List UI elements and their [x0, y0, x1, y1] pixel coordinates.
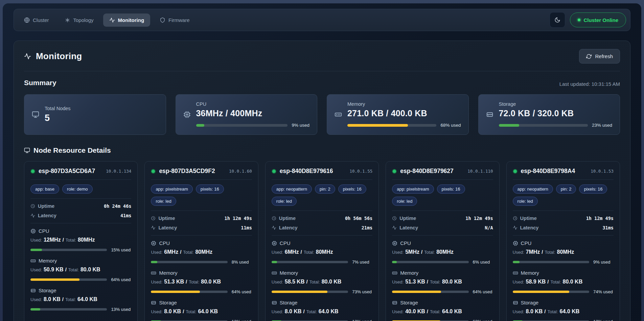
total-value: 64.0 KB	[319, 308, 339, 314]
uptime-label: Uptime	[513, 216, 537, 221]
resource-name: Memory	[400, 270, 418, 276]
tab-cluster[interactable]: Cluster	[18, 14, 55, 27]
node-tag: app: neopattern	[513, 184, 553, 194]
tab-topology-label: Topology	[73, 17, 94, 23]
resource-list: CPU Used:12MHz/Total:80MHz 15% used Memo…	[30, 228, 131, 312]
node-tag: app: neopattern	[272, 184, 312, 194]
usage-separator: /	[63, 237, 64, 243]
usage-separator: /	[421, 249, 422, 255]
resource-list: CPU Used:5MHz/Total:80MHz 6% used Memory…	[392, 240, 493, 321]
resource-progress-row: 74% used	[513, 289, 614, 294]
used-value: 6MHz	[164, 249, 178, 255]
tag-list: app: neopatternpin: 2pixels: 16role: led	[272, 184, 372, 206]
usage-separator: /	[186, 279, 187, 285]
node-card: esp-840D8E979616 10.0.1.55 app: neopatte…	[265, 161, 379, 321]
used-prefix: Used:	[151, 250, 162, 255]
tab-topology[interactable]: Topology	[59, 14, 100, 27]
resource-name: Storage	[521, 300, 539, 305]
resource-progress-row: 63% used	[392, 319, 493, 321]
monitor-icon	[24, 147, 30, 153]
activity-icon	[30, 213, 35, 218]
node-tag: pin: 2	[556, 184, 576, 194]
summary-card-body: Memory 271.0 KB / 400.0 KB 68% used	[347, 101, 461, 128]
node-divider	[151, 179, 252, 180]
used-value: 51.3 KB	[164, 279, 184, 285]
resource-progress-row: 64% used	[392, 289, 493, 294]
used-prefix: Used:	[151, 309, 162, 314]
resource-progress-label: 64% used	[111, 277, 131, 282]
used-prefix: Used:	[392, 250, 404, 255]
used-prefix: Used:	[392, 279, 404, 285]
activity-icon	[109, 17, 115, 23]
usage-separator: /	[542, 249, 543, 255]
total-prefix: Total:	[66, 238, 76, 243]
summary-card-label: Total Nodes	[45, 106, 158, 111]
resource-block: Memory Used:50.9 KB/Total:80.0 KB 64% us…	[30, 258, 131, 282]
node-tag: role: led	[392, 197, 417, 206]
used-value: 8.0 KB	[526, 308, 543, 314]
resource-header: Memory	[30, 258, 131, 264]
total-prefix: Total:	[189, 279, 199, 285]
resource-progress-row: 13% used	[272, 319, 372, 321]
node-tag: app: pixelstream	[392, 184, 434, 194]
summary-heading: Summary	[24, 79, 56, 87]
resource-progress-row: 64% used	[151, 289, 252, 294]
total-prefix: Total:	[65, 297, 76, 302]
resource-progress-bar	[151, 291, 227, 293]
node-ip: 10.0.1.134	[106, 169, 131, 174]
resource-block: Storage Used:8.0 KB/Total:64.0 KB 13% us…	[513, 300, 614, 321]
resource-name: Memory	[521, 270, 539, 276]
node-card-header: esp-840D8E979616 10.0.1.55	[272, 168, 372, 175]
resource-usage: Used:5MHz/Total:80MHz	[392, 249, 493, 255]
node-divider	[392, 179, 493, 180]
latency-row: Latency 31ms	[513, 225, 614, 230]
resource-header: Storage	[272, 300, 372, 305]
theme-toggle-button[interactable]	[550, 12, 565, 28]
panel-header: Monitoring Refresh	[24, 49, 620, 64]
node-divider	[513, 211, 614, 211]
used-prefix: Used:	[513, 250, 524, 255]
latency-value: 21ms	[362, 225, 373, 230]
total-prefix: Total:	[548, 309, 558, 314]
node-divider	[30, 223, 131, 223]
tab-monitoring[interactable]: Monitoring	[103, 14, 150, 27]
resource-block: Memory Used:51.3 KB/Total:80.0 KB 64% us…	[151, 270, 252, 294]
uptime-value: 1h 12m 49s	[586, 216, 614, 221]
resource-progress-label: 64% used	[473, 289, 493, 294]
resource-progress-bar	[30, 308, 107, 311]
node-tag: pixels: 16	[437, 184, 465, 194]
resource-progress-row: 13% used	[513, 319, 614, 321]
used-value: 58.5 KB	[285, 279, 305, 285]
resource-block: Storage Used:8.0 KB/Total:64.0 KB 13% us…	[151, 300, 252, 321]
resource-name: CPU	[39, 228, 49, 234]
tag-list: app: neopatternpin: 2pixels: 16role: led	[513, 184, 614, 206]
resource-header: CPU	[151, 240, 252, 246]
storage-icon	[513, 300, 518, 305]
node-divider	[151, 235, 252, 236]
tab-firmware[interactable]: Firmware	[154, 14, 196, 27]
usage-separator: /	[183, 308, 184, 314]
node-tag: role: led	[151, 197, 176, 206]
summary-card-label: CPU	[196, 101, 310, 107]
tab-monitoring-label: Monitoring	[118, 17, 144, 23]
refresh-button[interactable]: Refresh	[579, 49, 620, 64]
uptime-label: Uptime	[272, 216, 296, 221]
node-details-heading-text: Node Resource Details	[33, 146, 111, 154]
total-prefix: Total:	[550, 279, 561, 285]
total-value: 80.0 KB	[442, 279, 462, 285]
refresh-icon	[586, 54, 592, 59]
used-value: 6MHz	[285, 249, 299, 255]
node-card-header: esp-807D3A5CD9F2 10.0.1.60	[151, 168, 252, 175]
resource-name: Memory	[280, 270, 298, 276]
latency-label: Latency	[30, 213, 56, 218]
usage-separator: /	[306, 279, 307, 285]
last-updated-text: Last updated: 10:31:15 AM	[559, 81, 620, 87]
header-divider	[24, 71, 620, 71]
resource-progress-label: 63% used	[473, 319, 493, 321]
resource-block: Memory Used:58.9 KB/Total:80.0 KB 74% us…	[513, 270, 614, 294]
page-title-text: Monitoring	[36, 51, 82, 61]
total-value: 64.0 KB	[198, 308, 218, 314]
uptime-row: Uptime 0h 56m 56s	[272, 216, 372, 221]
cluster-status-badge[interactable]: Cluster Online	[570, 13, 626, 27]
progress-label: 9% used	[292, 123, 309, 128]
